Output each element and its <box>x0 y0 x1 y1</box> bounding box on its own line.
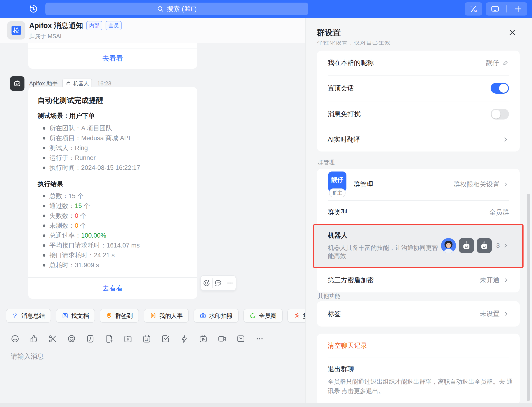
topbar-divider <box>506 5 507 12</box>
member-avatar <box>441 238 456 253</box>
search-placeholder: 搜索 (⌘F) <box>167 4 197 13</box>
topbar-right-buttons: AI <box>465 2 527 16</box>
clear-chat-button[interactable]: 清空聊天记录 <box>328 341 367 350</box>
more-icon[interactable] <box>224 276 236 290</box>
emoji-add-icon[interactable] <box>201 276 212 290</box>
robot-icon <box>12 79 22 88</box>
card-result-title: 执行结果 <box>38 180 188 188</box>
pin-toggle[interactable] <box>491 83 509 94</box>
ai-translate-icon: AI <box>469 4 478 14</box>
list-item: 平均接口请求耗时：1614.07 ms <box>41 240 188 250</box>
magic-wand-icon <box>12 313 19 319</box>
bots-label: 机器人 <box>328 231 441 240</box>
folder-upload-icon[interactable] <box>123 334 133 344</box>
mute-toggle[interactable] <box>491 109 509 119</box>
personal-settings-card: 我在本群的昵称 靓仔 置顶会话 消息免打扰 AI实时翻译 <box>317 51 520 151</box>
group-avatar[interactable]: 松 <box>7 21 25 39</box>
mute-row: 消息免打扰 <box>317 102 520 127</box>
screen-share-icon <box>491 4 500 13</box>
emoji-icon[interactable] <box>10 334 20 344</box>
nickname-row[interactable]: 我在本群的昵称 靓仔 <box>317 51 520 75</box>
bot-avatar[interactable] <box>10 76 24 91</box>
tags-card: 标签 未设置 <box>317 301 520 327</box>
camera-icon[interactable] <box>217 334 227 344</box>
chat-subtitle: 归属于 MSAI <box>29 32 62 40</box>
tags-row[interactable]: 标签 未设置 <box>317 301 520 327</box>
chip-message-summary[interactable]: 消息总结 <box>6 309 51 323</box>
ai-translate-button[interactable]: AI <box>465 2 482 16</box>
card-info-list: 所在团队：A 项目团队 所在项目：Medusa 商城 API 测试人：Ring … <box>41 123 188 173</box>
group-manage-row[interactable]: 靓仔 群主 群管理 群权限相关设置 <box>317 169 520 200</box>
badge-internal: 内部 <box>86 21 102 30</box>
screen-share-button[interactable] <box>486 4 504 13</box>
chip-yi-sport[interactable]: 益起动 <box>287 309 305 323</box>
location-pin-icon <box>106 313 112 319</box>
go-see-link[interactable]: 去看看 <box>102 283 123 293</box>
lightning-icon[interactable] <box>180 334 189 344</box>
scissors-icon[interactable] <box>48 334 57 344</box>
bot-avatar <box>459 238 474 253</box>
panel-title: 群设置 <box>317 27 341 38</box>
list-item: 执行时间：2024-08-15 16:22:17 <box>41 163 188 173</box>
chevron-right-icon <box>502 136 509 143</box>
owner-badge: 群主 <box>329 188 346 197</box>
comment-icon[interactable] <box>213 276 224 290</box>
edit-pencil-icon[interactable] <box>502 60 509 66</box>
top-bar: 搜索 (⌘F) AI <box>0 0 532 18</box>
bots-description: 机器人具备丰富的技能，让沟通协同更智能高效 <box>328 244 441 260</box>
slash-command-icon[interactable] <box>86 334 95 344</box>
file-add-icon[interactable] <box>104 334 114 344</box>
message-time: 16:23 <box>97 80 111 87</box>
chip-watermark-camera[interactable]: 水印拍照 <box>193 309 239 323</box>
message-card-partial: 去看看 <box>28 43 197 69</box>
badge-all-staff: 全员 <box>106 21 122 30</box>
new-chat-button[interactable] <box>509 5 527 13</box>
mail-icon[interactable] <box>236 334 246 344</box>
search-icon <box>157 5 164 12</box>
plus-icon <box>514 5 522 13</box>
group-manage-card: 靓仔 群主 群管理 群权限相关设置 群类型 全员群 机器人 机 <box>317 169 520 292</box>
owner-avatar: 靓仔 群主 <box>328 172 347 197</box>
list-item: 所在团队：A 项目团队 <box>41 123 188 133</box>
message-list: 去看看 Apifox 助手 <box>0 43 305 407</box>
panel-scrollbar[interactable] <box>527 194 530 401</box>
section-label-manage: 群管理 <box>318 159 335 166</box>
group-avatar-logo: 松 <box>12 26 21 35</box>
runner-icon <box>293 313 300 319</box>
close-icon[interactable] <box>507 27 517 38</box>
nickname-value: 靓仔 <box>486 58 499 67</box>
composer-toolbar: 15 <box>10 334 264 344</box>
message-card-test-report: 自动化测试完成提醒 测试场景：用户下单 所在团队：A 项目团队 所在项目：Med… <box>28 87 197 299</box>
more-icon[interactable] <box>255 334 264 344</box>
search-input[interactable]: 搜索 (⌘F) <box>45 3 308 15</box>
task-icon[interactable] <box>161 334 170 344</box>
chip-group-checkin[interactable]: 群签到 <box>100 309 139 323</box>
list-item: 测试人：Ring <box>41 143 188 153</box>
sender-name[interactable]: Apifox 助手 <box>29 80 58 87</box>
clear-chat-row[interactable]: 清空聊天记录 <box>317 334 520 358</box>
thumbs-up-icon[interactable] <box>29 334 39 344</box>
bots-row-highlighted[interactable]: 机器人 机器人具备丰富的技能，让沟通协同更智能高效 3 <box>313 224 524 268</box>
bot-avatar <box>477 238 492 253</box>
encryption-row[interactable]: 第三方密盾加密 未开通 <box>317 268 520 292</box>
mention-icon[interactable] <box>67 334 76 344</box>
video-clip-icon[interactable] <box>199 334 208 344</box>
section-label-other: 其他功能 <box>318 292 340 300</box>
calendar-icon[interactable]: 15 <box>142 334 151 344</box>
group-type-row: 群类型 全员群 <box>317 201 520 224</box>
quit-group-row: 退出群聊 全员群只能通过退出组织才能退出群聊，离职自动退出全员群。去 通讯录 点… <box>317 358 520 405</box>
ai-translate-row[interactable]: AI实时翻译 <box>317 127 520 151</box>
card-title: 自动化测试完成提醒 <box>38 95 188 105</box>
list-item: 所在项目：Medusa 商城 API <box>41 133 188 143</box>
message-input[interactable]: 请输入消息 <box>11 352 44 361</box>
window-actions-group <box>486 2 527 16</box>
list-item: 运行于：Runner <box>41 153 188 163</box>
hr-logo-icon <box>150 313 156 319</box>
chip-my-hr[interactable]: 我的人事 <box>144 309 189 323</box>
chip-all-circle[interactable]: 全员圈 <box>243 309 283 323</box>
chip-find-doc[interactable]: 找文档 <box>56 309 95 323</box>
history-icon[interactable] <box>28 3 39 15</box>
go-see-link[interactable]: 去看看 <box>102 54 123 63</box>
camera-icon <box>200 313 206 319</box>
list-item: 总数：15 个 <box>41 191 188 201</box>
